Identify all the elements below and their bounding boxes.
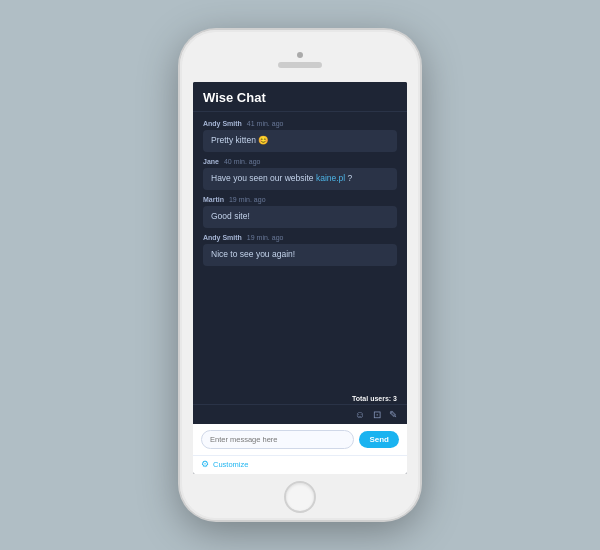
chat-footer: ⚙ Customize [193, 455, 407, 474]
total-users-bar: Total users: 3 [193, 392, 407, 404]
phone-shell: Wise Chat Andy Smith 41 min. ago Pretty … [180, 30, 420, 520]
phone-home-button[interactable] [284, 481, 316, 513]
message-block: Jane 40 min. ago Have you seen our websi… [193, 154, 407, 192]
message-sender: Jane [203, 158, 219, 165]
chat-messages-area[interactable]: Andy Smith 41 min. ago Pretty kitten 😊 J… [193, 112, 407, 392]
message-sender: Andy Smith [203, 120, 242, 127]
message-block: Andy Smith 19 min. ago Nice to see you a… [193, 230, 407, 268]
total-users-label: Total users: [352, 395, 391, 402]
phone-screen: Wise Chat Andy Smith 41 min. ago Pretty … [193, 82, 407, 474]
phone-top-bar [180, 30, 420, 82]
message-time: 19 min. ago [247, 234, 284, 241]
chat-toolbar: ☺ ⊡ ✎ [193, 404, 407, 424]
phone-bottom [284, 474, 316, 520]
customize-link[interactable]: Customize [213, 460, 248, 469]
message-time: 40 min. ago [224, 158, 261, 165]
message-bubble: Good site! [203, 206, 397, 228]
phone-camera [297, 52, 303, 58]
message-meta: Andy Smith 41 min. ago [203, 120, 397, 127]
message-block: Andy Smith 41 min. ago Pretty kitten 😊 [193, 116, 407, 154]
send-button[interactable]: Send [359, 431, 399, 448]
image-icon[interactable]: ⊡ [373, 409, 381, 420]
customize-icon: ⚙ [201, 459, 209, 469]
message-meta: Andy Smith 19 min. ago [203, 234, 397, 241]
message-block: Martin 19 min. ago Good site! [193, 192, 407, 230]
message-meta: Martin 19 min. ago [203, 196, 397, 203]
phone-speaker [278, 62, 322, 68]
chat-input-area: Send [193, 424, 407, 455]
emoji-icon[interactable]: ☺ [355, 409, 365, 420]
message-input[interactable] [201, 430, 354, 449]
message-time: 41 min. ago [247, 120, 284, 127]
message-sender: Andy Smith [203, 234, 242, 241]
message-meta: Jane 40 min. ago [203, 158, 397, 165]
message-bubble: Nice to see you again! [203, 244, 397, 266]
message-sender: Martin [203, 196, 224, 203]
message-bubble: Pretty kitten 😊 [203, 130, 397, 152]
total-users-count: 3 [393, 395, 397, 402]
attachment-icon[interactable]: ✎ [389, 409, 397, 420]
message-link[interactable]: kaine.pl [316, 173, 345, 183]
message-time: 19 min. ago [229, 196, 266, 203]
chat-title: Wise Chat [203, 90, 397, 105]
message-bubble: Have you seen our website kaine.pl ? [203, 168, 397, 190]
chat-header: Wise Chat [193, 82, 407, 112]
